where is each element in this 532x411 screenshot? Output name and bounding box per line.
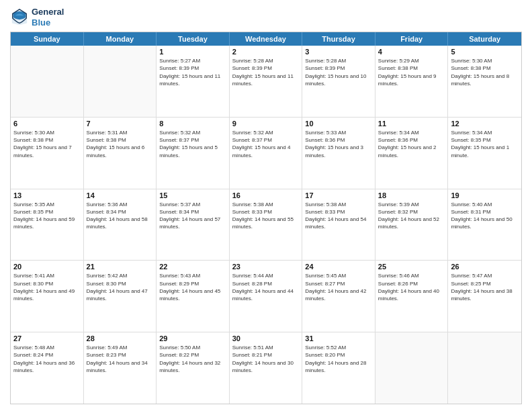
calendar-day-cell: 10Sunrise: 5:33 AM Sunset: 8:36 PM Dayli… bbox=[302, 118, 375, 189]
day-number: 2 bbox=[232, 48, 300, 56]
calendar-day-cell: 28Sunrise: 5:49 AM Sunset: 8:23 PM Dayli… bbox=[84, 332, 157, 404]
page: General Blue SundayMondayTuesdayWednesda… bbox=[0, 0, 532, 411]
day-info: Sunrise: 5:40 AM Sunset: 8:31 PM Dayligh… bbox=[451, 201, 519, 231]
day-info: Sunrise: 5:34 AM Sunset: 8:36 PM Dayligh… bbox=[378, 129, 445, 159]
calendar-header-cell: Wednesday bbox=[230, 32, 303, 46]
calendar-day-cell: 13Sunrise: 5:35 AM Sunset: 8:35 PM Dayli… bbox=[11, 189, 84, 261]
day-number: 17 bbox=[305, 191, 372, 199]
calendar-day-cell: 18Sunrise: 5:39 AM Sunset: 8:32 PM Dayli… bbox=[375, 189, 449, 261]
calendar-day-cell: 23Sunrise: 5:44 AM Sunset: 8:28 PM Dayli… bbox=[230, 261, 303, 332]
calendar: SundayMondayTuesdayWednesdayThursdayFrid… bbox=[10, 32, 522, 404]
calendar-day-cell: 17Sunrise: 5:38 AM Sunset: 8:33 PM Dayli… bbox=[302, 189, 375, 261]
calendar-day-cell: 25Sunrise: 5:46 AM Sunset: 8:26 PM Dayli… bbox=[375, 261, 449, 332]
calendar-week-row: 13Sunrise: 5:35 AM Sunset: 8:35 PM Dayli… bbox=[11, 189, 521, 261]
day-number: 6 bbox=[13, 120, 81, 128]
calendar-day-cell: 2Sunrise: 5:28 AM Sunset: 8:39 PM Daylig… bbox=[230, 46, 303, 117]
day-info: Sunrise: 5:44 AM Sunset: 8:28 PM Dayligh… bbox=[232, 272, 300, 302]
calendar-day-cell: 31Sunrise: 5:52 AM Sunset: 8:20 PM Dayli… bbox=[302, 332, 375, 404]
day-info: Sunrise: 5:35 AM Sunset: 8:35 PM Dayligh… bbox=[13, 201, 81, 231]
calendar-week-row: 27Sunrise: 5:48 AM Sunset: 8:24 PM Dayli… bbox=[11, 332, 521, 404]
day-info: Sunrise: 5:38 AM Sunset: 8:33 PM Dayligh… bbox=[232, 201, 300, 231]
day-info: Sunrise: 5:33 AM Sunset: 8:36 PM Dayligh… bbox=[305, 129, 372, 159]
calendar-week-row: 1Sunrise: 5:27 AM Sunset: 8:39 PM Daylig… bbox=[11, 46, 521, 118]
calendar-day-cell: 15Sunrise: 5:37 AM Sunset: 8:34 PM Dayli… bbox=[157, 189, 230, 261]
calendar-week-row: 20Sunrise: 5:41 AM Sunset: 8:30 PM Dayli… bbox=[11, 261, 521, 332]
calendar-day-cell: 3Sunrise: 5:28 AM Sunset: 8:39 PM Daylig… bbox=[302, 46, 375, 117]
day-info: Sunrise: 5:30 AM Sunset: 8:38 PM Dayligh… bbox=[13, 129, 81, 159]
calendar-day-cell: 21Sunrise: 5:42 AM Sunset: 8:30 PM Dayli… bbox=[84, 261, 157, 332]
day-info: Sunrise: 5:32 AM Sunset: 8:37 PM Dayligh… bbox=[159, 129, 226, 159]
day-info: Sunrise: 5:38 AM Sunset: 8:33 PM Dayligh… bbox=[305, 201, 372, 231]
day-info: Sunrise: 5:41 AM Sunset: 8:30 PM Dayligh… bbox=[13, 272, 81, 302]
day-info: Sunrise: 5:30 AM Sunset: 8:38 PM Dayligh… bbox=[451, 57, 519, 87]
calendar-day-cell: 24Sunrise: 5:45 AM Sunset: 8:27 PM Dayli… bbox=[302, 261, 375, 332]
day-info: Sunrise: 5:32 AM Sunset: 8:37 PM Dayligh… bbox=[232, 129, 300, 159]
calendar-day-cell: 16Sunrise: 5:38 AM Sunset: 8:33 PM Dayli… bbox=[230, 189, 303, 261]
calendar-day-cell: 4Sunrise: 5:29 AM Sunset: 8:38 PM Daylig… bbox=[375, 46, 449, 117]
day-number: 9 bbox=[232, 120, 300, 128]
calendar-day-cell: 5Sunrise: 5:30 AM Sunset: 8:38 PM Daylig… bbox=[448, 46, 521, 117]
calendar-body: 1Sunrise: 5:27 AM Sunset: 8:39 PM Daylig… bbox=[11, 46, 521, 404]
calendar-day-cell: 7Sunrise: 5:31 AM Sunset: 8:38 PM Daylig… bbox=[84, 118, 157, 189]
day-info: Sunrise: 5:36 AM Sunset: 8:34 PM Dayligh… bbox=[87, 201, 154, 231]
calendar-day-cell: 27Sunrise: 5:48 AM Sunset: 8:24 PM Dayli… bbox=[11, 332, 84, 404]
day-number: 31 bbox=[305, 334, 372, 342]
day-info: Sunrise: 5:42 AM Sunset: 8:30 PM Dayligh… bbox=[87, 272, 154, 302]
day-number: 21 bbox=[87, 263, 154, 271]
day-info: Sunrise: 5:51 AM Sunset: 8:21 PM Dayligh… bbox=[232, 344, 300, 374]
day-info: Sunrise: 5:27 AM Sunset: 8:39 PM Dayligh… bbox=[159, 57, 226, 87]
calendar-day-cell: 11Sunrise: 5:34 AM Sunset: 8:36 PM Dayli… bbox=[375, 118, 449, 189]
day-number: 25 bbox=[378, 263, 445, 271]
calendar-header-cell: Thursday bbox=[302, 32, 375, 46]
calendar-day-cell: 1Sunrise: 5:27 AM Sunset: 8:39 PM Daylig… bbox=[157, 46, 230, 117]
day-number: 18 bbox=[378, 191, 445, 199]
calendar-day-cell: 6Sunrise: 5:30 AM Sunset: 8:38 PM Daylig… bbox=[11, 118, 84, 189]
day-number: 29 bbox=[159, 334, 226, 342]
day-info: Sunrise: 5:45 AM Sunset: 8:27 PM Dayligh… bbox=[305, 272, 372, 302]
day-number: 5 bbox=[451, 48, 519, 56]
calendar-day-cell: 9Sunrise: 5:32 AM Sunset: 8:37 PM Daylig… bbox=[230, 118, 303, 189]
calendar-week-row: 6Sunrise: 5:30 AM Sunset: 8:38 PM Daylig… bbox=[11, 118, 521, 189]
calendar-day-cell: 20Sunrise: 5:41 AM Sunset: 8:30 PM Dayli… bbox=[11, 261, 84, 332]
day-number: 8 bbox=[159, 120, 226, 128]
calendar-header-cell: Friday bbox=[375, 32, 449, 46]
day-number: 11 bbox=[378, 120, 445, 128]
day-info: Sunrise: 5:28 AM Sunset: 8:39 PM Dayligh… bbox=[232, 57, 300, 87]
calendar-day-cell: 12Sunrise: 5:34 AM Sunset: 8:35 PM Dayli… bbox=[448, 118, 521, 189]
day-number: 30 bbox=[232, 334, 300, 342]
day-info: Sunrise: 5:47 AM Sunset: 8:25 PM Dayligh… bbox=[451, 272, 519, 302]
day-number: 14 bbox=[87, 191, 154, 199]
day-number: 12 bbox=[451, 120, 519, 128]
calendar-header-cell: Saturday bbox=[448, 32, 521, 46]
day-number: 15 bbox=[159, 191, 226, 199]
day-info: Sunrise: 5:43 AM Sunset: 8:29 PM Dayligh… bbox=[159, 272, 226, 302]
logo-icon bbox=[10, 8, 29, 27]
calendar-day-cell bbox=[375, 332, 449, 404]
day-info: Sunrise: 5:34 AM Sunset: 8:35 PM Dayligh… bbox=[451, 129, 519, 159]
calendar-day-cell: 26Sunrise: 5:47 AM Sunset: 8:25 PM Dayli… bbox=[448, 261, 521, 332]
calendar-header-row: SundayMondayTuesdayWednesdayThursdayFrid… bbox=[11, 32, 521, 46]
day-info: Sunrise: 5:50 AM Sunset: 8:22 PM Dayligh… bbox=[159, 344, 226, 374]
calendar-header-cell: Monday bbox=[84, 32, 157, 46]
header: General Blue bbox=[10, 7, 522, 28]
calendar-day-cell: 29Sunrise: 5:50 AM Sunset: 8:22 PM Dayli… bbox=[157, 332, 230, 404]
day-number: 22 bbox=[159, 263, 226, 271]
day-info: Sunrise: 5:39 AM Sunset: 8:32 PM Dayligh… bbox=[378, 201, 445, 231]
calendar-day-cell: 8Sunrise: 5:32 AM Sunset: 8:37 PM Daylig… bbox=[157, 118, 230, 189]
day-number: 20 bbox=[13, 263, 81, 271]
calendar-day-cell: 19Sunrise: 5:40 AM Sunset: 8:31 PM Dayli… bbox=[448, 189, 521, 261]
calendar-day-cell bbox=[84, 46, 157, 117]
day-number: 16 bbox=[232, 191, 300, 199]
day-info: Sunrise: 5:29 AM Sunset: 8:38 PM Dayligh… bbox=[378, 57, 445, 87]
day-number: 10 bbox=[305, 120, 372, 128]
day-info: Sunrise: 5:48 AM Sunset: 8:24 PM Dayligh… bbox=[13, 344, 81, 374]
day-number: 23 bbox=[232, 263, 300, 271]
calendar-day-cell: 30Sunrise: 5:51 AM Sunset: 8:21 PM Dayli… bbox=[230, 332, 303, 404]
day-number: 1 bbox=[159, 48, 226, 56]
day-number: 7 bbox=[87, 120, 154, 128]
calendar-day-cell bbox=[11, 46, 84, 117]
day-info: Sunrise: 5:49 AM Sunset: 8:23 PM Dayligh… bbox=[87, 344, 154, 374]
day-info: Sunrise: 5:28 AM Sunset: 8:39 PM Dayligh… bbox=[305, 57, 372, 87]
day-info: Sunrise: 5:37 AM Sunset: 8:34 PM Dayligh… bbox=[159, 201, 226, 231]
day-info: Sunrise: 5:31 AM Sunset: 8:38 PM Dayligh… bbox=[87, 129, 154, 159]
